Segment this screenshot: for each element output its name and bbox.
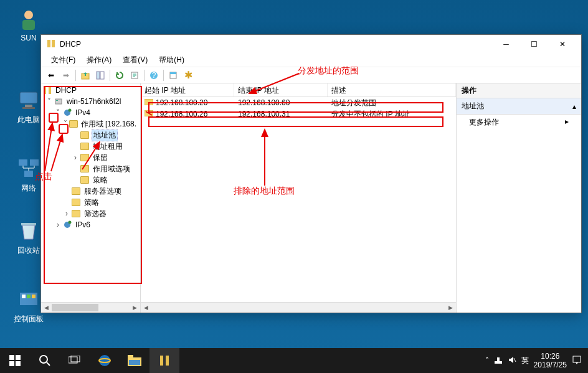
properties-button[interactable] — [166, 68, 181, 82]
menu-file[interactable]: 文件(F) — [46, 54, 80, 67]
list-body[interactable]: 192.168.100.20 192.168.100.60 地址分发范围 192… — [141, 97, 456, 302]
scroll-left-button[interactable]: ◀ — [41, 303, 52, 313]
col-description[interactable]: 描述 — [328, 83, 456, 97]
up-button[interactable] — [78, 68, 93, 82]
tree-ipv4[interactable]: ˅ IPv4 — [41, 107, 140, 118]
svg-rect-41 — [9, 361, 14, 366]
control-panel-icon — [16, 286, 41, 311]
volume-tray-icon[interactable] — [508, 356, 516, 366]
tree-scope-options[interactable]: 作用域选项 — [41, 163, 140, 174]
svg-rect-39 — [9, 355, 14, 360]
scroll-left-button[interactable]: ◀ — [141, 303, 151, 313]
tree-panel[interactable]: DHCP ˅ win-517h6nk6f2l ˅ IPv4 ˅ 作用域 [192… — [41, 83, 141, 313]
list-scrollbar[interactable]: ◀ ▶ — [141, 302, 456, 313]
list-row[interactable]: 192.168.100.20 192.168.100.60 地址分发范围 — [141, 97, 456, 108]
tree-scope[interactable]: ˅ 作用域 [192.168. — [41, 118, 140, 130]
mmc-body: DHCP ˅ win-517h6nk6f2l ˅ IPv4 ˅ 作用域 [192… — [41, 83, 581, 313]
collapse-icon[interactable]: ▴ — [572, 102, 576, 111]
help-button[interactable]: ? — [146, 68, 161, 82]
tree-root[interactable]: DHCP — [41, 85, 140, 96]
svg-rect-50 — [128, 355, 133, 358]
svg-rect-11 — [27, 295, 31, 298]
expand-toggle[interactable]: ˅ — [45, 97, 54, 106]
close-button[interactable]: ✕ — [548, 35, 576, 53]
tree-scope-policies[interactable]: 策略 — [41, 174, 140, 186]
notifications-tray-icon[interactable] — [572, 355, 582, 367]
system-tray: ˄ 英 10:26 2019/7/25 — [479, 352, 588, 370]
explorer-button[interactable] — [120, 348, 149, 373]
scope-icon — [69, 119, 78, 129]
svg-point-47 — [99, 355, 110, 366]
options-icon — [71, 186, 81, 196]
start-button[interactable] — [0, 348, 30, 373]
tree-address-pool[interactable]: 地址池 — [41, 130, 140, 141]
taskbar: ˄ 英 10:26 2019/7/25 — [0, 348, 588, 373]
tree-leases[interactable]: 地址租用 — [41, 141, 140, 152]
recycle-bin-icon — [16, 218, 41, 243]
desktop-icon-label: 回收站 — [17, 246, 40, 255]
tree-server[interactable]: ˅ win-517h6nk6f2l — [41, 96, 140, 107]
clock[interactable]: 10:26 2019/7/25 — [534, 352, 567, 370]
menu-help[interactable]: 帮助(H) — [154, 54, 189, 67]
expand-toggle[interactable]: ˅ — [54, 108, 62, 117]
search-button[interactable] — [30, 348, 60, 373]
tree-label: 作用域 [192.168. — [80, 119, 138, 130]
maximize-button[interactable]: ☐ — [520, 35, 548, 53]
expand-toggle[interactable]: › — [71, 153, 80, 162]
ie-button[interactable] — [90, 348, 120, 373]
computer-icon — [16, 87, 41, 112]
titlebar[interactable]: DHCP ─ ☐ ✕ — [41, 35, 581, 54]
policy-icon — [71, 197, 81, 207]
back-button[interactable]: ⬅ — [44, 68, 59, 82]
show-hide-button[interactable] — [93, 68, 108, 82]
col-start-ip[interactable]: 起始 IP 地址 — [141, 83, 234, 97]
folder-icon — [80, 130, 90, 140]
scroll-right-button[interactable]: ▶ — [130, 303, 140, 313]
menu-view[interactable]: 查看(V) — [118, 54, 153, 67]
tree-server-options[interactable]: 服务器选项 — [41, 186, 140, 197]
scroll-thumb[interactable] — [52, 304, 98, 311]
scroll-track[interactable] — [151, 303, 445, 313]
expand-toggle[interactable]: › — [62, 209, 71, 218]
tree-label: 作用域选项 — [92, 164, 131, 174]
dhcp-icon — [42, 85, 52, 95]
task-view-button[interactable] — [60, 348, 90, 373]
actions-context[interactable]: 地址池 ▴ — [457, 98, 581, 115]
svg-rect-40 — [16, 355, 21, 360]
svg-rect-51 — [129, 360, 140, 365]
tree-server-policies[interactable]: 策略 — [41, 197, 140, 208]
tree-label: DHCP — [54, 86, 78, 95]
refresh-button[interactable] — [112, 68, 127, 82]
svg-rect-7 — [24, 171, 33, 177]
svg-rect-16 — [97, 72, 100, 79]
actions-panel: 操作 地址池 ▴ 更多操作 ▸ — [457, 83, 581, 313]
svg-rect-14 — [52, 40, 55, 47]
col-end-ip[interactable]: 结束 IP 地址 — [234, 83, 328, 97]
svg-point-43 — [40, 356, 47, 363]
dhcp-taskbar-button[interactable] — [149, 348, 179, 373]
tree-reservations[interactable]: › 保留 — [41, 152, 140, 163]
clock-date: 2019/7/25 — [534, 361, 567, 369]
network-tray-icon[interactable] — [494, 356, 503, 366]
cell-start: 192.168.100.20 — [156, 98, 207, 107]
expand-toggle[interactable]: ˅ — [62, 120, 69, 128]
list-row[interactable]: 192.168.100.26 192.168.100.31 分发中不包括的 IP… — [141, 108, 456, 120]
svg-rect-55 — [497, 357, 500, 361]
actions-header: 操作 — [457, 83, 581, 98]
minimize-button[interactable]: ─ — [492, 35, 520, 53]
scroll-right-button[interactable]: ▶ — [445, 303, 456, 313]
tree-ipv6[interactable]: › IPv6 — [41, 219, 140, 230]
tray-chevron-icon[interactable]: ˄ — [485, 356, 489, 365]
forward-button[interactable]: ➡ — [59, 68, 74, 82]
tree-label: 筛选器 — [83, 209, 108, 219]
export-button[interactable] — [127, 68, 142, 82]
menu-action[interactable]: 操作(A) — [82, 54, 116, 67]
tree-scrollbar[interactable]: ◀ ▶ — [41, 302, 140, 313]
scroll-track[interactable] — [52, 303, 130, 313]
filter-icon — [71, 209, 81, 219]
action-button[interactable]: ✱ — [181, 68, 196, 82]
tree-filters[interactable]: › 筛选器 — [41, 208, 140, 219]
ime-indicator[interactable]: 英 — [521, 356, 529, 366]
expand-toggle[interactable]: › — [54, 220, 62, 229]
actions-more[interactable]: 更多操作 ▸ — [457, 115, 581, 130]
